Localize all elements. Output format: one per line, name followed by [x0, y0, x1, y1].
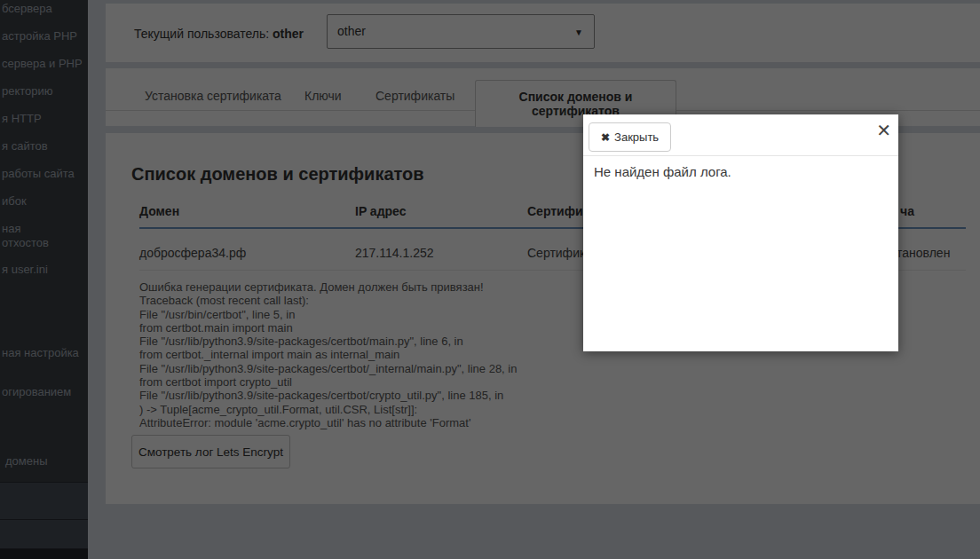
- close-x-icon: ✖: [601, 131, 610, 144]
- modal-body-text: Не найден файл лога.: [594, 164, 731, 179]
- app-screen: бсервера астройка PHP сервера и PHP рект…: [0, 0, 980, 559]
- log-modal-header: ✖Закрыть ✕: [583, 114, 898, 156]
- modal-close-button-label: Закрыть: [614, 130, 659, 144]
- log-modal: ✖Закрыть ✕ Не найден файл лога.: [583, 114, 898, 351]
- close-icon[interactable]: ✕: [876, 118, 891, 143]
- modal-close-button[interactable]: ✖Закрыть: [589, 122, 671, 152]
